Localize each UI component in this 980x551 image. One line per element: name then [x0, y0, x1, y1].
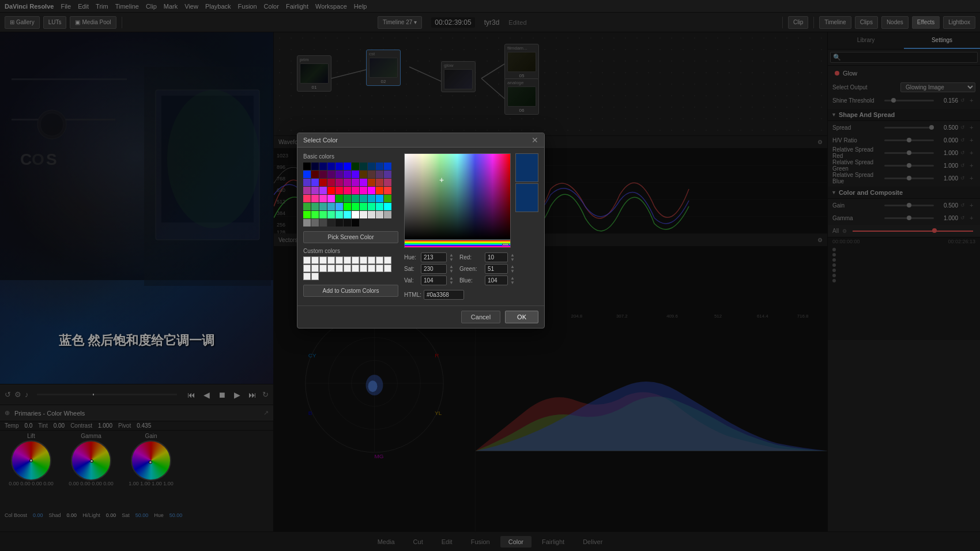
- red-arrows[interactable]: ▲ ▼: [510, 253, 515, 262]
- basic-color-cell[interactable]: [311, 171, 319, 178]
- basic-color-cell[interactable]: [311, 195, 319, 202]
- custom-color-cell[interactable]: [376, 256, 383, 264]
- basic-color-cell[interactable]: [368, 211, 375, 218]
- custom-color-cell[interactable]: [368, 256, 375, 264]
- hue-down-arrow[interactable]: ▼: [449, 258, 454, 262]
- basic-color-cell[interactable]: [303, 179, 311, 186]
- basic-color-cell[interactable]: [384, 203, 391, 210]
- basic-color-cell[interactable]: [336, 211, 343, 218]
- custom-color-cell[interactable]: [344, 256, 351, 264]
- basic-color-cell[interactable]: [368, 163, 375, 170]
- sat-down-arrow[interactable]: ▼: [449, 269, 454, 274]
- basic-color-cell[interactable]: [327, 171, 335, 178]
- custom-color-cell[interactable]: [384, 265, 391, 272]
- val-input[interactable]: [421, 276, 447, 285]
- basic-color-cell[interactable]: [384, 195, 391, 202]
- basic-color-cell[interactable]: [352, 211, 359, 218]
- blue-arrows[interactable]: ▲ ▼: [510, 276, 515, 285]
- basic-color-cell[interactable]: [376, 163, 383, 170]
- basic-color-cell[interactable]: [384, 211, 391, 218]
- basic-color-cell[interactable]: [311, 179, 319, 186]
- green-input[interactable]: [485, 264, 508, 274]
- basic-color-cell[interactable]: [327, 211, 335, 218]
- custom-color-cell[interactable]: [319, 265, 327, 272]
- basic-color-cell[interactable]: [360, 203, 367, 210]
- basic-color-cell[interactable]: [360, 179, 367, 186]
- basic-color-cell[interactable]: [360, 195, 367, 202]
- green-arrows[interactable]: ▲ ▼: [510, 265, 515, 274]
- basic-color-cell[interactable]: [360, 187, 367, 194]
- hue-slider[interactable]: [404, 240, 511, 248]
- basic-color-cell[interactable]: [352, 203, 359, 210]
- basic-color-cell[interactable]: [384, 179, 391, 186]
- basic-color-cell[interactable]: [352, 163, 359, 170]
- custom-color-cell[interactable]: [303, 256, 311, 264]
- cancel-button[interactable]: Cancel: [461, 311, 500, 323]
- basic-color-cell[interactable]: [376, 187, 383, 194]
- basic-color-cell[interactable]: [327, 203, 335, 210]
- basic-color-cell[interactable]: [327, 219, 335, 227]
- basic-color-cell[interactable]: [352, 179, 359, 186]
- basic-color-cell[interactable]: [319, 163, 327, 170]
- val-arrows[interactable]: ▲ ▼: [449, 276, 454, 285]
- basic-color-cell[interactable]: [319, 219, 327, 227]
- custom-color-cell[interactable]: [303, 265, 311, 272]
- basic-color-cell[interactable]: [303, 187, 311, 194]
- val-down-arrow[interactable]: ▼: [449, 281, 454, 285]
- custom-color-cell[interactable]: [311, 273, 319, 280]
- custom-color-cell[interactable]: [303, 273, 311, 280]
- basic-color-cell[interactable]: [376, 171, 383, 178]
- basic-color-cell[interactable]: [336, 179, 343, 186]
- basic-color-cell[interactable]: [303, 211, 311, 218]
- basic-color-cell[interactable]: [319, 203, 327, 210]
- basic-color-cell[interactable]: [336, 163, 343, 170]
- hue-arrows[interactable]: ▲ ▼: [449, 253, 454, 262]
- red-input[interactable]: [485, 252, 508, 262]
- basic-color-cell[interactable]: [344, 171, 351, 178]
- basic-color-cell[interactable]: [344, 187, 351, 194]
- custom-color-cell[interactable]: [352, 265, 359, 272]
- pick-screen-button[interactable]: Pick Screen Color: [303, 231, 398, 243]
- basic-color-cell[interactable]: [376, 203, 383, 210]
- basic-color-cell[interactable]: [303, 163, 311, 170]
- basic-color-cell[interactable]: [303, 203, 311, 210]
- basic-color-cell[interactable]: [336, 171, 343, 178]
- basic-color-cell[interactable]: [376, 179, 383, 186]
- add-custom-colors-button[interactable]: Add to Custom Colors: [303, 285, 398, 297]
- basic-color-cell[interactable]: [376, 211, 383, 218]
- basic-color-cell[interactable]: [327, 179, 335, 186]
- basic-color-cell[interactable]: [344, 219, 351, 227]
- basic-color-cell[interactable]: [336, 219, 343, 227]
- custom-color-cell[interactable]: [336, 265, 343, 272]
- basic-color-cell[interactable]: [384, 163, 391, 170]
- custom-color-cell[interactable]: [336, 256, 343, 264]
- custom-color-cell[interactable]: [376, 265, 383, 272]
- basic-color-cell[interactable]: [311, 163, 319, 170]
- color-picker-gradient[interactable]: [404, 153, 511, 240]
- basic-color-cell[interactable]: [360, 171, 367, 178]
- basic-color-cell[interactable]: [352, 195, 359, 202]
- sat-arrows[interactable]: ▲ ▼: [449, 265, 454, 274]
- basic-color-cell[interactable]: [311, 203, 319, 210]
- basic-color-cell[interactable]: [311, 187, 319, 194]
- custom-color-cell[interactable]: [352, 256, 359, 264]
- basic-color-cell[interactable]: [319, 195, 327, 202]
- basic-color-cell[interactable]: [360, 163, 367, 170]
- basic-color-cell[interactable]: [344, 163, 351, 170]
- custom-color-cell[interactable]: [327, 256, 335, 264]
- html-input[interactable]: [424, 290, 464, 300]
- green-down-arrow[interactable]: ▼: [510, 269, 515, 274]
- basic-color-cell[interactable]: [344, 179, 351, 186]
- custom-color-cell[interactable]: [344, 265, 351, 272]
- red-down-arrow[interactable]: ▼: [510, 258, 515, 262]
- ok-button[interactable]: OK: [505, 311, 538, 323]
- basic-color-cell[interactable]: [327, 195, 335, 202]
- basic-color-cell[interactable]: [303, 219, 311, 227]
- basic-color-cell[interactable]: [327, 187, 335, 194]
- basic-color-cell[interactable]: [344, 211, 351, 218]
- dialog-close-button[interactable]: ✕: [532, 136, 538, 144]
- basic-color-cell[interactable]: [384, 171, 391, 178]
- basic-color-cell[interactable]: [376, 195, 383, 202]
- basic-color-cell[interactable]: [336, 195, 343, 202]
- basic-color-cell[interactable]: [311, 219, 319, 227]
